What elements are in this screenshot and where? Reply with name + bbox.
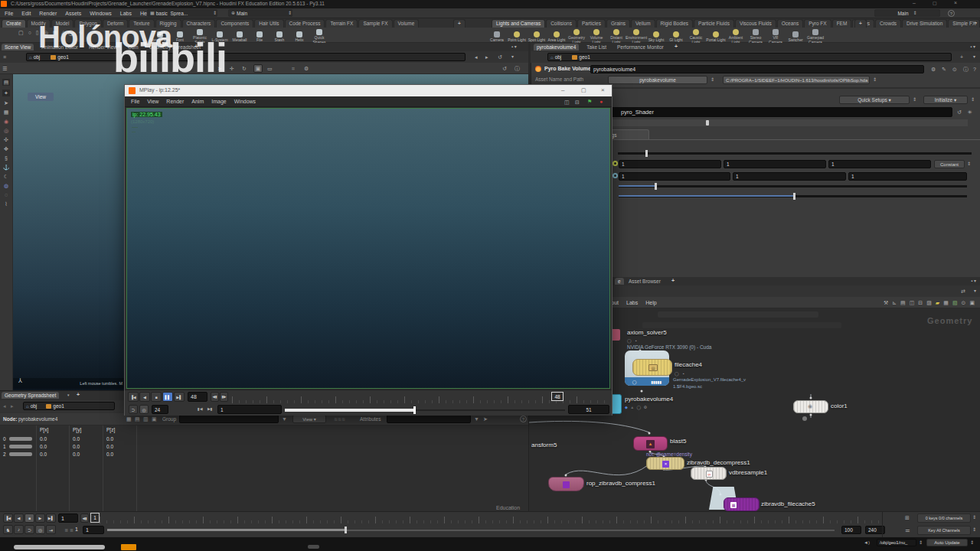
speaker-icon[interactable]: ◄) <box>864 540 870 545</box>
updown-icon[interactable]: ⇕ <box>919 540 923 545</box>
shelf-tool[interactable]: Stash <box>270 31 289 43</box>
table-cell[interactable]: 0.0 <box>106 436 113 442</box>
help-icon[interactable]: ? <box>520 416 527 422</box>
shelf-tab[interactable]: Code Process <box>285 19 325 28</box>
frame-all-icon[interactable]: ▣ <box>969 300 975 305</box>
handle-tool-button[interactable]: ▣ <box>253 64 263 73</box>
list-icon[interactable]: ▤ <box>900 300 906 305</box>
node-zibravdb-decompress1[interactable]: × <box>646 457 684 470</box>
chevron-down-icon[interactable]: ▾ <box>67 393 70 397</box>
shelf-tab[interactable]: Collisions <box>546 19 577 28</box>
ramp-handle[interactable] <box>706 120 709 126</box>
menu-item[interactable]: File <box>131 99 139 104</box>
jump-icon[interactable]: ⚒ <box>884 300 888 305</box>
mplay-range-end-field[interactable]: 51 <box>568 405 609 414</box>
step-back-button[interactable]: ◀▮ <box>80 514 89 523</box>
viewport-view-button[interactable]: View <box>28 93 54 101</box>
play-button[interactable]: ▶ <box>35 514 45 523</box>
row-handle[interactable] <box>9 445 32 448</box>
shelf-tool[interactable]: Metaball <box>230 31 250 43</box>
pane-tab[interactable]: Performance Monitor <box>614 44 667 51</box>
table-cell[interactable]: 0.0 <box>40 444 47 449</box>
slider-handle[interactable] <box>655 183 657 190</box>
row-handle[interactable] <box>9 452 32 456</box>
pane-tab[interactable]: pyrobakevolume4 <box>534 44 579 51</box>
node-label[interactable]: color1 <box>831 403 848 409</box>
asset-browser-tab[interactable]: Asset Browser <box>626 278 664 285</box>
grid-tool-icon[interactable]: ▦ <box>53 30 58 35</box>
table-cell[interactable]: 0.0 <box>40 452 47 457</box>
param-field[interactable]: 1 <box>828 160 931 168</box>
close-button[interactable]: × <box>954 0 957 5</box>
shelf-tab[interactable]: Rigid Bodies <box>656 19 694 28</box>
node-label[interactable]: pyrobakevolume4 <box>625 396 673 403</box>
range-slider-track[interactable] <box>107 530 835 531</box>
shelf-tool[interactable]: Helix <box>289 31 309 43</box>
mplay-playhead-marker[interactable]: 48 <box>551 392 564 401</box>
shelf-tool[interactable]: GI Light <box>666 31 686 43</box>
key-all-channels-dropdown[interactable]: Key All Channels <box>917 526 971 535</box>
add-pane-tab-button[interactable]: + <box>671 278 675 283</box>
shelf-tool[interactable]: Platonic Solids <box>190 29 210 44</box>
menu-item[interactable]: View <box>147 99 158 104</box>
param-field[interactable]: 1 <box>724 160 826 168</box>
param-field[interactable]: 1 <box>619 172 730 181</box>
shelf-tab[interactable]: Lights and Cameras <box>492 19 545 28</box>
shelf-tool[interactable]: Geometry Light <box>567 29 586 44</box>
shelf-tab[interactable]: Components <box>216 19 253 28</box>
shelf-tool[interactable]: Quick Shapes <box>309 29 329 44</box>
pointer-icon[interactable]: ➤ <box>4 100 8 106</box>
netbox-icon[interactable]: ▦ <box>943 300 949 305</box>
menu-item[interactable]: Windows <box>90 11 111 16</box>
link-icon[interactable]: ⇄ <box>961 289 965 294</box>
asset-path-field[interactable]: C:/PROGRA~1/SIDEEF~1/HOUDIN~1.613/houdin… <box>723 76 870 84</box>
node-label[interactable]: vdbresample1 <box>729 469 767 476</box>
step-forward-button[interactable]: ▮▶ <box>220 392 228 402</box>
shelf-tab[interactable]: Deform <box>103 19 128 28</box>
node-zibravdb-filecache5[interactable]: ▦ <box>724 497 760 511</box>
edges-icon[interactable]: ◎ <box>4 128 8 133</box>
keys-dropdown[interactable]: 0 keys 0/0 channels <box>917 514 971 523</box>
view-dropdown[interactable]: View ▾ <box>292 415 326 423</box>
shelf-tool[interactable]: Caustic Light <box>686 29 706 44</box>
active-m ode-icon[interactable]: ◍ <box>4 183 8 188</box>
chevron-down-icon[interactable]: ▾ <box>975 21 977 25</box>
channel-swatch-icon[interactable] <box>612 161 618 166</box>
pane-tab[interactable]: Com <box>125 44 142 51</box>
sphere-tool-icon[interactable]: ○ <box>28 30 31 35</box>
shelf-tab[interactable]: Model <box>51 19 74 28</box>
shelf-tool[interactable]: Spray Paint <box>150 31 170 43</box>
realtime-icon[interactable]: ◎ <box>139 405 149 414</box>
shelf-tab[interactable]: Grains <box>606 19 630 28</box>
shelf-tab[interactable]: Modify <box>27 19 51 28</box>
updown-icon[interactable]: ⇕ <box>873 77 877 82</box>
shelf-tool[interactable]: Gamepad Camera <box>805 29 825 44</box>
shelf-tool[interactable]: L-System <box>210 31 230 43</box>
mplay-close-button[interactable]: × <box>601 86 605 93</box>
help-icon[interactable]: ? <box>973 67 976 72</box>
initialize-dropdown[interactable]: Initialize ▾ <box>923 96 968 104</box>
compare-icon[interactable]: ⊟ <box>575 99 580 105</box>
shelf-tool[interactable]: Switcher <box>786 31 805 43</box>
shelf-tab[interactable]: Vellum <box>631 19 655 28</box>
shelf-tab[interactable]: Crowds <box>875 19 901 28</box>
param-field[interactable]: 1 <box>733 172 846 181</box>
row-handle[interactable] <box>9 437 32 441</box>
timeline-ruler[interactable] <box>100 513 879 523</box>
view-tool-icon[interactable]: ▤ <box>2 79 11 86</box>
prims-mode-icon[interactable]: ▥ <box>143 416 149 422</box>
playback-controls-icon[interactable]: ♞ <box>3 525 13 534</box>
menu-item[interactable]: Labs <box>120 11 132 16</box>
node-blast5[interactable]: ▲ <box>633 436 668 451</box>
go-end-button[interactable]: ▶▌ <box>174 392 185 402</box>
slider-handle[interactable] <box>793 193 795 200</box>
updown-icon[interactable]: ⇕ <box>971 97 975 102</box>
shelf-tool[interactable]: Ambient Light <box>726 29 746 44</box>
pane-tab[interactable]: Take List <box>583 44 609 51</box>
step-mode-icon[interactable]: ⇥ <box>46 525 56 534</box>
desktop-selector[interactable]: ▦ basic_Sprea... ⇕ <box>147 9 217 17</box>
updown-icon[interactable]: ⇕ <box>970 540 974 545</box>
current-frame-field[interactable]: 1 <box>58 514 78 523</box>
mplay-titlebar[interactable]: MPlay - ip:12.25* – ▢ × <box>125 85 612 96</box>
layout-icon[interactable]: ▨ <box>926 300 932 305</box>
